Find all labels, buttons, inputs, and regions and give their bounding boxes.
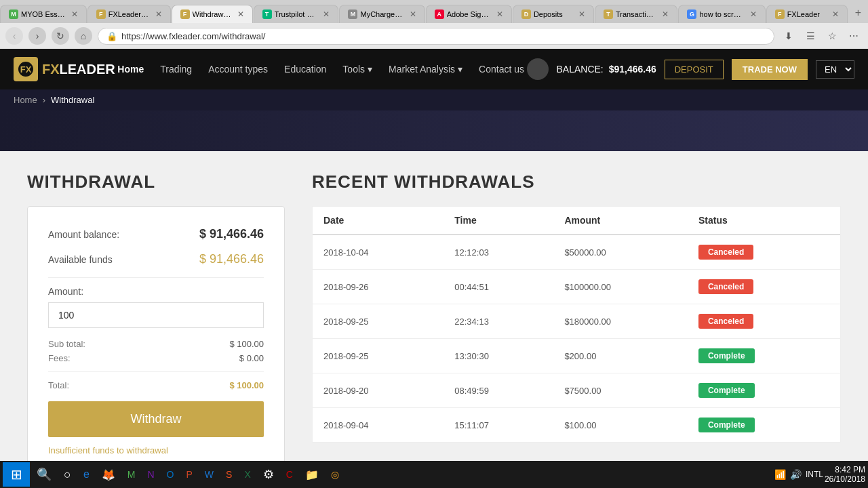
browser-tab-tab3[interactable]: F Withdrawal ... ✕ <box>172 5 253 23</box>
logo-icon: FX <box>14 57 38 81</box>
taskbar-date-display: 26/10/2018 <box>825 474 865 484</box>
header-right: BALANCE: $91,466.46 DEPOSIT TRADE NOW EN <box>527 58 854 80</box>
cell-status: Complete <box>688 373 840 408</box>
home-button[interactable]: ⌂ <box>75 27 92 45</box>
taskbar-onenote[interactable]: N <box>142 462 159 487</box>
amount-field-group: Amount: <box>48 286 264 339</box>
taskbar-wifi-icon[interactable]: 📶 <box>774 469 786 480</box>
taskbar-lang: INTL <box>806 470 823 479</box>
cell-status: Complete <box>688 408 840 443</box>
bookmarks-icon[interactable]: ☰ <box>802 27 819 45</box>
taskbar-powerpoint[interactable]: P <box>180 462 197 487</box>
taskbar-clock[interactable]: 8:42 PM 26/10/2018 <box>825 465 865 484</box>
fees-row: Fees: $ 0.00 <box>48 353 264 363</box>
recent-withdrawals-title: RECENT WITHDRAWALS <box>312 171 841 192</box>
calc-section: Sub total: $ 100.00 Fees: $ 0.00 Total: … <box>48 339 264 390</box>
fees-value: $ 0.00 <box>239 353 264 363</box>
nav-market-analysis[interactable]: Market Analysis ▾ <box>389 64 462 75</box>
subtotal-value: $ 100.00 <box>229 339 264 349</box>
taskbar-snag[interactable]: S <box>220 462 237 487</box>
taskbar-myob[interactable]: M <box>122 462 141 487</box>
available-funds-label: Available funds <box>48 254 113 265</box>
taskbar-search[interactable]: 🔍 <box>31 462 57 487</box>
address-bar[interactable]: 🔒 https://www.fxleader.com/withdrawal/ <box>98 28 774 45</box>
nav-trading[interactable]: Trading <box>160 64 192 75</box>
status-badge: Canceled <box>698 279 753 294</box>
withdrawals-tbody: 2018-10-04 12:12:03 $50000.00 Canceled 2… <box>313 235 840 442</box>
browser-tab-tab7[interactable]: D Deposits ✕ <box>513 5 594 23</box>
cell-time: 13:30:30 <box>443 339 553 373</box>
new-tab-button[interactable]: + <box>848 3 868 23</box>
taskbar-ie[interactable]: e <box>78 462 95 487</box>
cell-status: Canceled <box>688 304 840 339</box>
col-date: Date <box>313 207 443 235</box>
start-button[interactable]: ⊞ <box>3 462 30 487</box>
logo-leader: LEADER <box>60 62 115 77</box>
logo-svg: FX <box>16 60 35 79</box>
browser-tab-tab2[interactable]: F FXLeader Trade... ✕ <box>87 5 171 23</box>
taskbar-firefox[interactable]: 🦊 <box>96 462 121 487</box>
star-icon[interactable]: ☆ <box>823 27 841 45</box>
taskbar-volume-icon[interactable]: 🔊 <box>790 469 802 480</box>
refresh-button[interactable]: ↻ <box>52 27 69 45</box>
taskbar-outlook[interactable]: O <box>161 462 180 487</box>
subtotal-label: Sub total: <box>48 339 85 349</box>
main-content: WITHDRAWAL Amount balance: $ 91,466.46 A… <box>0 151 868 488</box>
nav-home[interactable]: Home <box>117 64 144 75</box>
browser-tab-tab8[interactable]: T Transaction Hist... ✕ <box>595 5 678 23</box>
cell-date: 2018-09-04 <box>313 408 443 443</box>
hero-background <box>0 110 868 151</box>
taskbar-camtasia2[interactable]: ◎ <box>326 462 344 487</box>
browser-tab-tab9[interactable]: G how to screensho... ✕ <box>678 5 765 23</box>
withdraw-button[interactable]: Withdraw <box>48 401 264 437</box>
status-badge: Canceled <box>698 314 753 329</box>
breadcrumb-separator: › <box>43 95 45 105</box>
status-badge: Complete <box>698 383 755 398</box>
balance-amount: $91,466.46 <box>609 64 656 75</box>
browser-tab-tab10[interactable]: F FXLeader ✕ <box>766 5 848 23</box>
form-divider <box>48 277 264 278</box>
cell-status: Complete <box>688 339 840 373</box>
back-button[interactable]: ‹ <box>5 27 23 45</box>
withdrawals-table: Date Time Amount Status 2018-10-04 12:12… <box>313 207 840 442</box>
nav-account-types[interactable]: Account types <box>208 64 268 75</box>
breadcrumb: Home › Withdrawal <box>14 95 854 105</box>
col-status: Status <box>688 207 840 235</box>
forward-button[interactable]: › <box>28 27 46 45</box>
language-select[interactable]: EN <box>816 60 854 79</box>
market-chevron-icon: ▾ <box>458 64 462 75</box>
taskbar-cortana[interactable]: ○ <box>58 462 77 487</box>
taskbar-camtasia[interactable]: C <box>281 462 298 487</box>
taskbar-word[interactable]: W <box>199 462 219 487</box>
balance-label-text: BALANCE: <box>557 64 604 75</box>
amount-balance-value: $ 91,466.46 <box>199 227 264 241</box>
user-avatar[interactable] <box>527 58 549 80</box>
trade-now-button[interactable]: TRADE NOW <box>732 59 808 80</box>
breadcrumb-current: Withdrawal <box>51 95 94 105</box>
download-icon[interactable]: ⬇ <box>780 27 797 45</box>
browser-tab-tab1[interactable]: M MYOB Essentials... ✕ <box>0 5 87 23</box>
deposit-button[interactable]: DEPOSIT <box>665 60 724 79</box>
browser-window: M MYOB Essentials... ✕ F FXLeader Trade.… <box>0 0 868 49</box>
browser-tab-tab5[interactable]: M MyChargeBack:c... ✕ <box>339 5 425 23</box>
taskbar-folder[interactable]: 📁 <box>300 462 324 487</box>
cell-status: Canceled <box>688 270 840 304</box>
cell-time: 00:44:51 <box>443 270 553 304</box>
browser-tab-tab6[interactable]: A Adobe Sign, an A... ✕ <box>426 5 512 23</box>
breadcrumb-home[interactable]: Home <box>14 95 37 105</box>
taskbar-excel[interactable]: X <box>239 462 256 487</box>
table-row: 2018-09-25 13:30:30 $200.00 Complete <box>313 339 840 373</box>
available-funds-value: $ 91,466.46 <box>199 252 264 266</box>
amount-input[interactable] <box>48 302 264 328</box>
cell-amount: $100.00 <box>553 408 688 443</box>
amount-balance-row: Amount balance: $ 91,466.46 <box>48 227 264 241</box>
nav-education[interactable]: Education <box>284 64 326 75</box>
withdrawal-title: WITHDRAWAL <box>27 171 285 192</box>
cell-time: 22:34:13 <box>443 304 553 339</box>
logo-fx: FX <box>42 62 60 77</box>
more-menu-icon[interactable]: ⋯ <box>845 27 863 45</box>
browser-tab-tab4[interactable]: T Trustpilot Review... ✕ <box>254 5 339 23</box>
taskbar-settings[interactable]: ⚙ <box>258 462 279 487</box>
nav-tools[interactable]: Tools ▾ <box>342 64 372 75</box>
nav-contact-us[interactable]: Contact us <box>479 64 524 75</box>
